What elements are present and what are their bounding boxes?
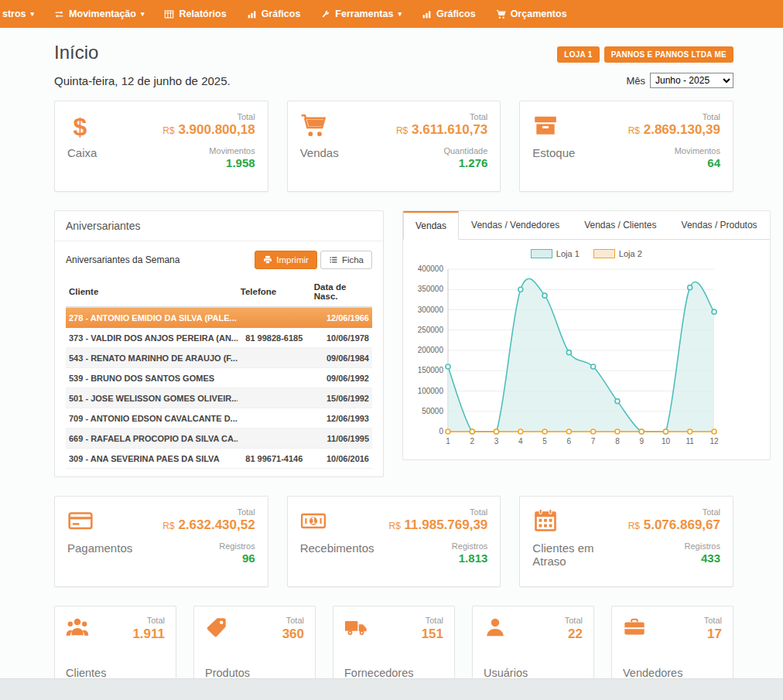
phone-cell: 81 99671-4146	[238, 449, 311, 469]
svg-text:400000: 400000	[418, 265, 444, 273]
phone-cell	[238, 388, 311, 408]
page-title: Início	[54, 42, 98, 63]
birthdays-subtitle: Aniversariantes da Semana	[66, 254, 180, 265]
phone-cell	[238, 429, 311, 449]
currency-prefix: R$	[162, 125, 174, 136]
nav-item-label: Ferramentas	[335, 9, 393, 19]
client-cell: 278 - ANTONIO EMIDIO DA SILVA (PALE...	[66, 307, 238, 328]
nav-item-graficos-2[interactable]: Gráficos	[412, 0, 486, 28]
column-header: Cliente	[66, 277, 238, 307]
main-content: Início LOJA 1 PANNOS E PANNOS LTDA ME Qu…	[0, 28, 783, 700]
stat-card-caixa: $CaixaTotalR$ 3.900.800,18Movimentos1.95…	[54, 101, 268, 192]
count-label: Movimentos	[675, 146, 720, 155]
amount: 3.900.800,18	[178, 122, 255, 137]
summary-card-produtos: Total360Produtos	[193, 606, 316, 689]
legend-item-loja-2[interactable]: Loja 2	[593, 249, 642, 258]
birthday-row[interactable]: 539 - BRUNO DOS SANTOS GOMES09/06/1992	[66, 368, 372, 388]
svg-text:50000: 50000	[422, 407, 443, 415]
svg-text:9: 9	[639, 437, 644, 446]
footer-strip	[0, 678, 783, 700]
stat-card-pagamentos: PagamentosTotalR$ 2.632.430,52Registros9…	[54, 496, 268, 587]
amount: 5.076.869,67	[644, 517, 720, 532]
summary-value: 17	[707, 627, 722, 642]
birthday-row[interactable]: 669 - RAFAELA PROCOPIO DA SILVA CA...11/…	[66, 429, 372, 449]
birthdate-cell: 09/06/1984	[311, 348, 372, 368]
total-value: R$ 3.611.610,73	[396, 122, 487, 138]
ficha-button[interactable]: Ficha	[320, 251, 372, 269]
chevron-down-icon: ▾	[141, 10, 145, 18]
birthday-row[interactable]: 373 - VALDIR DOS ANJOS PEREIRA (AN...81 …	[66, 328, 372, 348]
nav-item-relatorios[interactable]: Relatórios	[154, 0, 236, 28]
middle-row: Aniversariantes Aniversariantes da Seman…	[54, 210, 733, 477]
phone-cell	[238, 408, 311, 429]
count-value: 433	[701, 551, 720, 565]
summary-label: Fornecedores	[344, 667, 443, 679]
total-value: R$ 2.869.130,39	[628, 122, 720, 138]
total-value: R$ 3.900.800,18	[162, 122, 255, 138]
currency-prefix: R$	[396, 125, 408, 136]
stat-card-estoque: EstoqueTotalR$ 2.869.130,39Movimentos64	[519, 101, 733, 192]
date-row: Quinta-feira, 12 de junho de 2025. Mês J…	[54, 73, 733, 88]
birthday-row[interactable]: 501 - JOSE WELISSON GOMES OLIVEIR...15/0…	[66, 388, 372, 408]
tab-vendas-clientes[interactable]: Vendas / Clientes	[572, 211, 668, 240]
column-header: Data de Nasc.	[311, 277, 372, 307]
svg-text:1: 1	[311, 517, 316, 525]
svg-text:$: $	[73, 113, 87, 138]
nav-item-graficos-1[interactable]: Gráficos	[237, 0, 311, 28]
stat-card-vendas: VendasTotalR$ 3.611.610,73Quantidade1.27…	[287, 101, 501, 192]
birthday-row[interactable]: 709 - ANTONIO EDSON CAVALCANTE D...12/06…	[66, 408, 372, 429]
svg-text:3: 3	[494, 437, 499, 446]
birthdays-actions: Imprimir Ficha	[255, 251, 372, 269]
amount: 2.632.430,52	[178, 517, 255, 532]
birthdays-table: ClienteTelefoneData de Nasc. 278 - ANTON…	[66, 277, 372, 469]
summary-value: 360	[282, 627, 304, 642]
users-icon	[66, 616, 89, 642]
chevron-down-icon: ▾	[398, 10, 402, 18]
month-dropdown[interactable]: Junho - 2025	[650, 73, 733, 88]
svg-text:4: 4	[518, 437, 523, 446]
print-button[interactable]: Imprimir	[255, 251, 317, 269]
chart-legend: Loja 1Loja 2	[412, 249, 761, 258]
tab-vendas-produtos[interactable]: Vendas / Produtos	[669, 211, 770, 240]
archive-icon	[532, 112, 575, 138]
currency-prefix: R$	[162, 521, 174, 531]
chevron-down-icon: ▾	[31, 10, 35, 18]
summary-label: Vendedores	[623, 667, 722, 679]
tab-vendas[interactable]: Vendas	[403, 211, 459, 240]
stat-cards-top-row: $CaixaTotalR$ 3.900.800,18Movimentos1.95…	[54, 101, 733, 192]
total-label: Total	[703, 507, 720, 517]
nav-item-orcamentos[interactable]: Orçamentos	[486, 0, 577, 28]
tab-vendas-vendedores[interactable]: Vendas / Vendedores	[459, 211, 572, 240]
svg-text:7: 7	[591, 437, 596, 446]
svg-text:12: 12	[709, 437, 719, 446]
client-cell: 539 - BRUNO DOS SANTOS GOMES	[66, 368, 238, 388]
birthdate-cell: 10/06/1978	[311, 328, 372, 348]
birthday-row[interactable]: 543 - RENATO MARINHO DE ARAUJO (F...09/0…	[66, 348, 372, 368]
nav-item-ferramentas[interactable]: Ferramentas▾	[310, 0, 412, 28]
store-badge[interactable]: LOJA 1	[557, 46, 599, 63]
phone-cell: 81 99828-6185	[238, 328, 311, 348]
nav-item-cadastros[interactable]: stros▾	[0, 0, 44, 28]
birthdays-panel-title: Aniversariantes	[55, 211, 383, 241]
summary-card-fornecedores: Total151Fornecedores	[333, 606, 455, 689]
svg-text:6: 6	[567, 437, 572, 446]
svg-text:0: 0	[439, 427, 443, 435]
summary-card-usuarios: Total22Usuários	[472, 606, 594, 689]
birthday-row[interactable]: 309 - ANA SEVERINA PAES DA SILVA81 99671…	[66, 449, 372, 469]
summary-card-clientes: Total1.911Clientes	[54, 606, 176, 689]
phone-cell	[238, 348, 311, 368]
svg-text:150000: 150000	[418, 366, 444, 374]
legend-item-loja-1[interactable]: Loja 1	[531, 249, 580, 258]
company-badge[interactable]: PANNOS E PANNOS LTDA ME	[604, 46, 733, 63]
birthday-row[interactable]: 278 - ANTONIO EMIDIO DA SILVA (PALE...12…	[66, 307, 372, 328]
svg-text:250000: 250000	[418, 326, 444, 334]
count-label: Registros	[685, 541, 720, 551]
amount: 2.869.130,39	[644, 122, 720, 137]
total-label: Total	[237, 507, 255, 517]
nav-item-movimentacao[interactable]: Movimentação▾	[44, 0, 154, 28]
nav-item-label: Gráficos	[262, 9, 301, 19]
nav-item-label: Relatórios	[179, 9, 226, 19]
total-value: R$ 2.632.430,52	[162, 517, 255, 533]
svg-text:8: 8	[615, 437, 620, 446]
svg-text:200000: 200000	[418, 346, 444, 354]
